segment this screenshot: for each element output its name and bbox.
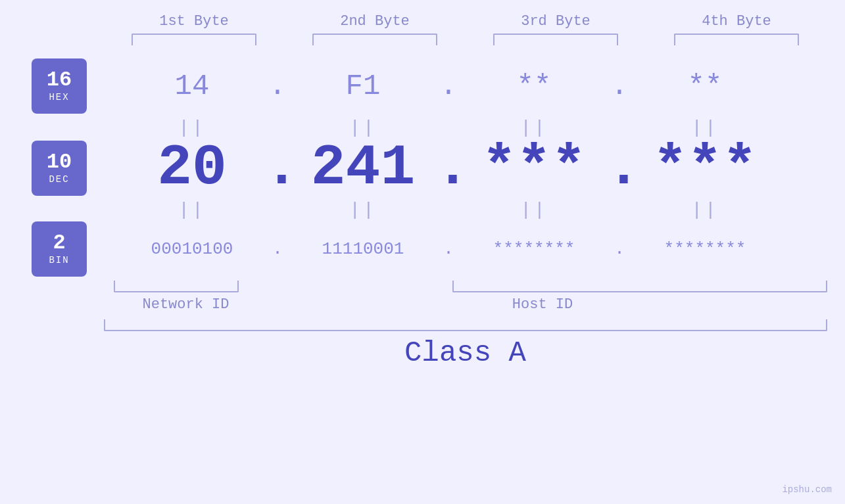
hex-byte4: ** — [633, 70, 777, 103]
bottom-labels: Network ID Host ID — [104, 296, 827, 313]
dec-base-name: DEC — [49, 174, 69, 185]
bin-byte3: ******** — [462, 239, 606, 259]
hex-row: 16 HEX 14 . F1 . ** . ** — [0, 58, 845, 114]
bottom-section: Network ID Host ID — [104, 281, 827, 313]
hex-byte1: 14 — [120, 70, 264, 103]
bin-cells: 00010100 . 11110001 . ******** . *******… — [120, 239, 845, 259]
bin-byte2-value: 11110001 — [322, 239, 404, 259]
bin-byte3-value: ******** — [493, 239, 575, 259]
bin-dot3: . — [606, 239, 633, 259]
dec-dot3: . — [606, 139, 633, 197]
hex-base-name: HEX — [49, 92, 69, 103]
class-bracket — [104, 319, 827, 331]
bin-dot1: . — [264, 239, 291, 259]
bin-base-name: BIN — [49, 255, 69, 265]
dec-byte1-value: 20 — [157, 135, 227, 200]
bin-byte1: 00010100 — [120, 239, 264, 259]
hex-cells: 14 . F1 . ** . ** — [120, 70, 845, 103]
dec-dot2: . — [435, 139, 462, 197]
hex-byte2-value: F1 — [346, 70, 381, 103]
dec-byte3: *** — [462, 139, 606, 197]
bottom-brackets — [104, 281, 827, 292]
host-id-label: Host ID — [258, 296, 827, 313]
bin-byte4-value: ******** — [664, 239, 746, 259]
watermark: ipshu.com — [782, 484, 832, 495]
eq2-byte3: || — [462, 200, 606, 220]
hex-byte3: ** — [462, 70, 606, 103]
hex-dot2: . — [435, 70, 462, 103]
bracket-byte4 — [674, 34, 799, 45]
dec-byte4-value: *** — [653, 135, 757, 200]
bin-row: 2 BIN 00010100 . 11110001 . ******** . — [0, 221, 845, 277]
hex-byte1-value: 14 — [175, 70, 210, 103]
equals-row-2: || || || || — [120, 200, 845, 220]
dec-byte2-value: 241 — [311, 135, 415, 200]
eq2-byte1: || — [120, 200, 264, 220]
dec-dot1: . — [264, 139, 291, 197]
hex-dot3: . — [606, 70, 633, 103]
hex-byte2: F1 — [291, 70, 435, 103]
byte4-header: 4th Byte — [664, 13, 809, 30]
byte3-header: 3rd Byte — [483, 13, 628, 30]
bin-byte1-value: 00010100 — [151, 239, 233, 259]
hex-base-number: 16 — [47, 70, 72, 91]
bin-byte2: 11110001 — [291, 239, 435, 259]
bin-base-number: 2 — [53, 233, 65, 254]
dec-byte2: 241 — [291, 139, 435, 197]
dec-badge: 10 DEC — [32, 141, 87, 196]
class-section: Class A — [104, 319, 827, 369]
hex-dot1: . — [264, 70, 291, 103]
bin-byte4: ******** — [633, 239, 777, 259]
main-container: 1st Byte 2nd Byte 3rd Byte 4th Byte 16 H… — [0, 0, 845, 504]
dec-row: 10 DEC 20 . 241 . *** . *** — [0, 139, 845, 197]
dec-byte4: *** — [633, 139, 777, 197]
dec-base-number: 10 — [47, 152, 72, 173]
bottom-bracket-host — [452, 281, 827, 292]
byte2-header: 2nd Byte — [302, 13, 447, 30]
eq2-byte2: || — [291, 200, 435, 220]
hex-badge: 16 HEX — [32, 58, 87, 114]
bracket-byte2 — [312, 34, 437, 45]
bracket-byte3 — [493, 34, 618, 45]
top-brackets — [104, 34, 827, 45]
bottom-bracket-net — [114, 281, 239, 292]
eq2-byte4: || — [633, 200, 777, 220]
class-label: Class A — [104, 336, 827, 369]
dec-byte1: 20 — [120, 139, 264, 197]
dec-byte3-value: *** — [482, 135, 586, 200]
hex-byte3-value: ** — [517, 70, 552, 103]
byte1-header: 1st Byte — [122, 13, 266, 30]
dec-cells: 20 . 241 . *** . *** — [120, 139, 845, 197]
network-id-label: Network ID — [114, 296, 258, 313]
bin-badge: 2 BIN — [32, 221, 87, 277]
hex-byte4-value: ** — [688, 70, 723, 103]
bin-dot2: . — [435, 239, 462, 259]
bracket-byte1 — [132, 34, 256, 45]
byte-headers: 1st Byte 2nd Byte 3rd Byte 4th Byte — [104, 13, 827, 30]
